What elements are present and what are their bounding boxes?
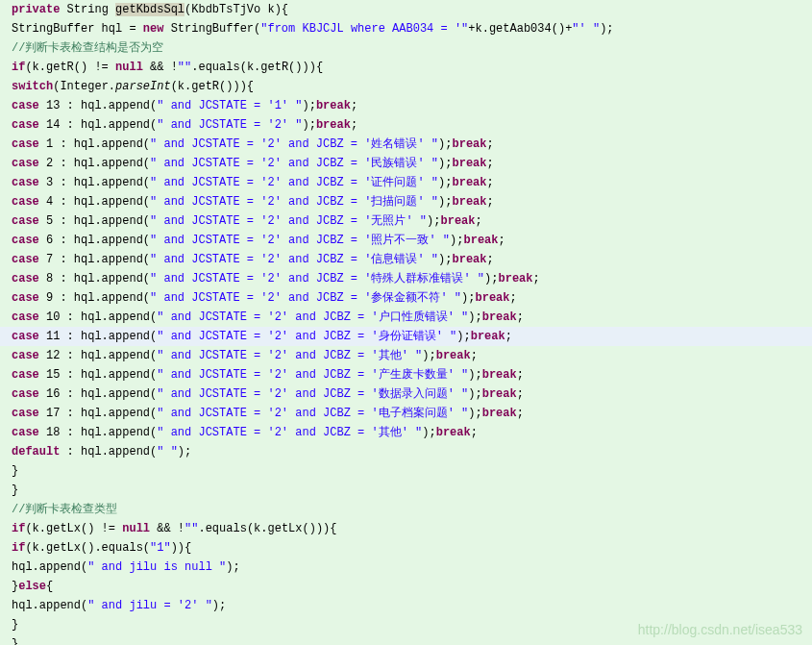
code-line: case 8 : hql.append(" and JCSTATE = '2' … bbox=[0, 269, 812, 288]
code-line: hql.append(" and jilu is null "); bbox=[0, 558, 812, 577]
watermark: http://blog.csdn.net/isea533 bbox=[638, 622, 802, 637]
code-line: default : hql.append(" "); bbox=[0, 442, 812, 461]
code-line: if(k.getLx().equals("1")){ bbox=[0, 538, 812, 558]
code-line: } bbox=[0, 481, 812, 500]
code-line: switch(Integer.parseInt(k.getR())){ bbox=[0, 77, 812, 96]
code-line: case 5 : hql.append(" and JCSTATE = '2' … bbox=[0, 211, 812, 231]
code-line: StringBuffer hql = new StringBuffer("fro… bbox=[0, 19, 812, 38]
code-line: case 13 : hql.append(" and JCSTATE = '1'… bbox=[0, 96, 812, 115]
code-line: //判断卡表检查结构是否为空 bbox=[0, 38, 812, 58]
code-line: case 18 : hql.append(" and JCSTATE = '2'… bbox=[0, 423, 812, 442]
code-line: case 7 : hql.append(" and JCSTATE = '2' … bbox=[0, 250, 812, 269]
code-line: case 1 : hql.append(" and JCSTATE = '2' … bbox=[0, 135, 812, 154]
code-line: case 3 : hql.append(" and JCSTATE = '2' … bbox=[0, 173, 812, 192]
code-line: private String getKbdsSql(KbdbTsTjVo k){ bbox=[0, 0, 812, 19]
code-line: case 12 : hql.append(" and JCSTATE = '2'… bbox=[0, 346, 812, 365]
code-line: case 2 : hql.append(" and JCSTATE = '2' … bbox=[0, 154, 812, 173]
code-line: if(k.getLx() != null && !"".equals(k.get… bbox=[0, 519, 812, 538]
code-line: case 6 : hql.append(" and JCSTATE = '2' … bbox=[0, 231, 812, 250]
code-line: hql.append(" and jilu = '2' "); bbox=[0, 596, 812, 615]
code-line: case 4 : hql.append(" and JCSTATE = '2' … bbox=[0, 192, 812, 211]
code-line: case 10 : hql.append(" and JCSTATE = '2'… bbox=[0, 308, 812, 327]
code-line: }else{ bbox=[0, 577, 812, 596]
code-line: case 17 : hql.append(" and JCSTATE = '2'… bbox=[0, 404, 812, 423]
code-line: case 16 : hql.append(" and JCSTATE = '2'… bbox=[0, 385, 812, 404]
code-line: } bbox=[0, 461, 812, 481]
code-line: case 14 : hql.append(" and JCSTATE = '2'… bbox=[0, 115, 812, 135]
code-line: case 9 : hql.append(" and JCSTATE = '2' … bbox=[0, 288, 812, 308]
code-line: //判断卡表检查类型 bbox=[0, 500, 812, 519]
code-line: case 11 : hql.append(" and JCSTATE = '2'… bbox=[0, 327, 812, 346]
code-editor: private String getKbdsSql(KbdbTsTjVo k){… bbox=[0, 0, 812, 645]
code-line: if(k.getR() != null && !"".equals(k.getR… bbox=[0, 58, 812, 77]
code-line: case 15 : hql.append(" and JCSTATE = '2'… bbox=[0, 365, 812, 385]
